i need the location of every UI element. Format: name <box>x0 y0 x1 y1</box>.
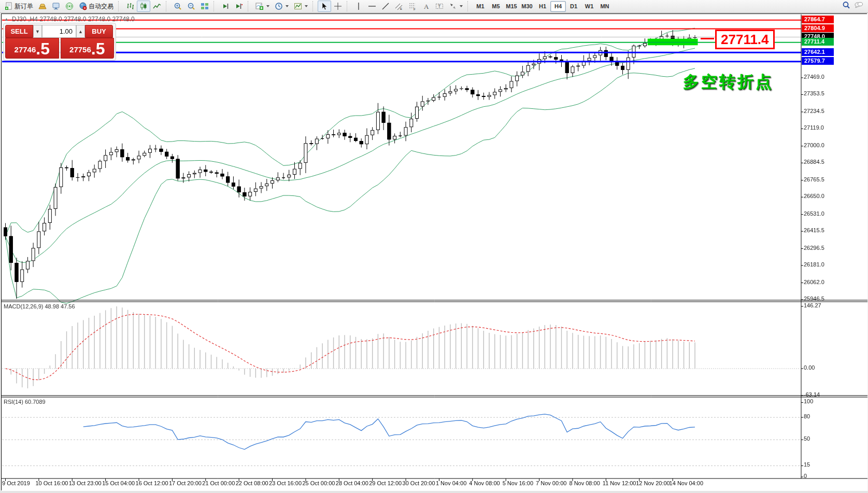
price-axis-tag[interactable]: 27864.7 <box>802 16 834 23</box>
templates-button[interactable] <box>291 1 310 12</box>
price-axis-tag[interactable]: 27579.7 <box>802 57 834 65</box>
line-chart-button[interactable] <box>150 1 164 12</box>
search-icon[interactable] <box>842 1 850 11</box>
periods-button[interactable] <box>272 1 291 12</box>
signal-button[interactable] <box>63 1 76 12</box>
market-depth-icon <box>52 2 60 10</box>
horizontal-line-icon <box>368 2 376 10</box>
text-button[interactable]: A <box>419 1 433 12</box>
volume-increase-button[interactable]: ▲ <box>76 25 85 38</box>
timeframe-button-d1[interactable]: D1 <box>566 1 581 12</box>
chat-icon[interactable] <box>855 1 863 11</box>
new-order-icon <box>5 2 13 10</box>
tile-windows-icon <box>201 2 209 10</box>
chart-shift-button[interactable] <box>232 1 246 12</box>
toolbar-button-label: 自动交易 <box>89 2 113 11</box>
trendline-icon <box>381 2 390 10</box>
sell-price-fraction: .5 <box>36 41 50 57</box>
x-axis-label: 9 Oct 2019 <box>2 480 30 486</box>
toolbar-separator <box>312 1 316 11</box>
y-axis-label: 26181.0 <box>804 261 845 267</box>
buy-price-display[interactable]: 27756 .5 <box>61 38 115 59</box>
y-axis-label: 25946.5 <box>804 295 845 302</box>
timeframe-button-mn[interactable]: MN <box>597 1 613 12</box>
candlestick-icon <box>139 2 148 10</box>
price-axis-tag[interactable]: 27642.1 <box>802 48 834 56</box>
toolbar-separator <box>347 1 350 11</box>
channel-button[interactable]: E <box>392 1 406 12</box>
toolbar-separator <box>248 1 251 11</box>
chart-annotation-text[interactable]: 多空转折点 <box>683 71 774 93</box>
svg-text:F: F <box>414 8 416 10</box>
text-icon: A <box>422 2 430 10</box>
chevron-down-icon[interactable] <box>286 5 289 7</box>
bar-chart-button[interactable] <box>123 1 137 12</box>
svg-text:A: A <box>424 3 429 10</box>
macd-indicator-label: MACD(12,26,9) 48.98 47.56 <box>4 303 75 309</box>
x-axis-label: 4 Nov 08:00 <box>469 480 500 486</box>
x-axis-label: 16 Oct 12:00 <box>136 480 168 486</box>
x-axis-label: 25 Oct 00:00 <box>302 480 335 486</box>
timeframe-button-h1[interactable]: H1 <box>535 1 550 12</box>
zoom-out-button[interactable] <box>184 1 198 12</box>
y-axis-label: 27353.5 <box>804 90 845 96</box>
rsi-scale-label: 100 <box>804 398 840 404</box>
trendline-button[interactable] <box>379 1 392 12</box>
shapes-button[interactable] <box>446 1 465 12</box>
crosshair-button[interactable] <box>331 1 345 12</box>
price-callout-label[interactable]: 27711.4 <box>715 30 775 49</box>
market-depth-button[interactable] <box>49 1 63 12</box>
toolbar-separator <box>214 1 217 11</box>
zoom-in-button[interactable] <box>171 1 184 12</box>
sell-price-display[interactable]: 27746 .5 <box>5 38 59 59</box>
price-axis-tag[interactable]: 27711.4 <box>802 38 834 46</box>
fibonacci-button[interactable]: F <box>406 1 419 12</box>
rsi-indicator-label: RSI(14) 60.7089 <box>4 399 46 405</box>
autotrade-button[interactable]: 自动交易 <box>76 1 116 12</box>
y-axis-label: 26531.0 <box>804 210 845 217</box>
indicators-button[interactable] <box>253 1 272 12</box>
shapes-icon <box>449 2 457 10</box>
vertical-line-button[interactable] <box>352 1 365 12</box>
svg-text:T: T <box>438 4 441 9</box>
auto-scroll-button[interactable] <box>219 1 232 12</box>
y-axis-label: 26296.5 <box>804 245 845 251</box>
chevron-down-icon[interactable] <box>266 5 269 7</box>
candlestick-button[interactable] <box>137 1 150 12</box>
x-axis-label: 13 Oct 23:00 <box>69 480 102 486</box>
chevron-down-icon[interactable] <box>305 5 308 7</box>
x-axis-label: 29 Oct 12:00 <box>369 480 402 486</box>
chart-title-text: DJ30 ,H4 27748.0 27748.0 27748.0 27748.0 <box>12 16 135 23</box>
timeframe-button-w1[interactable]: W1 <box>581 1 597 12</box>
label-button[interactable]: T <box>433 1 446 12</box>
timeframe-button-m30[interactable]: M30 <box>519 1 535 12</box>
cursor-button[interactable] <box>318 1 331 12</box>
autotrade-icon <box>79 2 87 10</box>
volume-input[interactable] <box>42 25 76 38</box>
x-axis-label: 23 Oct 16:00 <box>269 480 302 486</box>
new-order-button[interactable]: 新订单 <box>2 1 36 12</box>
x-axis-label: 1 Nov 04:00 <box>436 480 466 486</box>
rsi-scale-label: 80 <box>804 413 840 419</box>
timeframe-button-m5[interactable]: M5 <box>488 1 504 12</box>
y-axis-label: 27000.0 <box>804 142 845 148</box>
toolbar-separator <box>166 1 169 11</box>
collapse-icon[interactable]: ▲ <box>4 17 9 22</box>
buy-button[interactable]: BUY <box>85 25 113 38</box>
volume-decrease-button[interactable]: ▼ <box>33 25 42 38</box>
price-axis-tag[interactable]: 27804.9 <box>802 24 834 32</box>
horizontal-line-button[interactable] <box>365 1 379 12</box>
line-chart-icon <box>153 2 161 10</box>
timeframe-button-m15[interactable]: M15 <box>504 1 519 12</box>
timeframe-button-m1[interactable]: M1 <box>473 1 488 12</box>
toolbar-separator <box>467 1 471 11</box>
label-icon: T <box>435 2 444 10</box>
tile-windows-button[interactable] <box>198 1 211 12</box>
x-axis-label: 11 Nov 12:00 <box>603 480 636 486</box>
crosshair-icon <box>334 2 342 10</box>
sell-button[interactable]: SELL <box>5 25 33 38</box>
gold-button[interactable] <box>36 1 49 12</box>
timeframe-button-h4[interactable]: H4 <box>550 1 566 12</box>
chevron-down-icon[interactable] <box>460 5 463 7</box>
price-callout-dash <box>701 38 714 39</box>
